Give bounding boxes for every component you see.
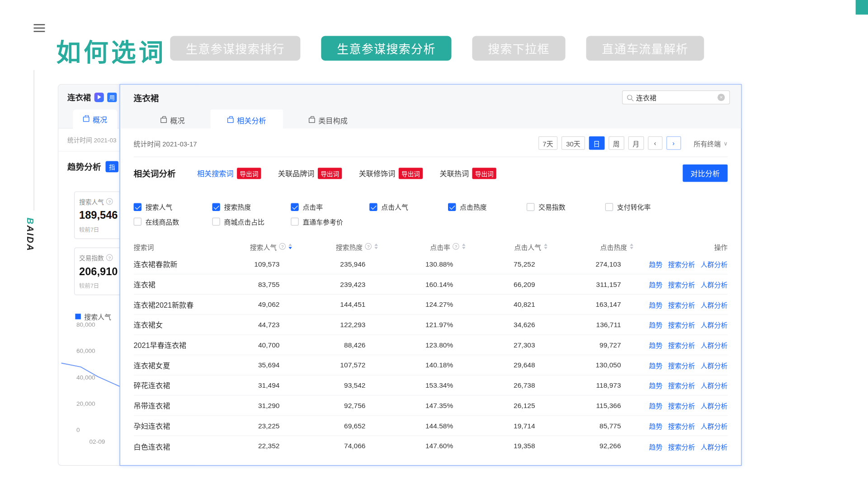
click-pop-cell: 27,303 — [468, 341, 550, 348]
trend-link[interactable]: 趋势 — [649, 441, 663, 451]
checkbox-pay-conversion[interactable]: 支付转化率 — [605, 202, 684, 211]
trend-link[interactable]: 趋势 — [649, 401, 663, 410]
info-icon[interactable]: ? — [106, 198, 113, 205]
unit-month-button[interactable]: 月 — [628, 136, 644, 150]
metric-card-search-popularity[interactable]: 搜索人气? 189,546 较前7日 — [74, 191, 123, 239]
range-7d-button[interactable]: 7天 — [538, 136, 557, 150]
search-analysis-link[interactable]: 搜索分析 — [668, 360, 695, 370]
compare-analysis-button[interactable]: 对比分析 — [683, 164, 727, 182]
terminal-select[interactable]: 所有终端 ∨ — [694, 138, 728, 148]
tab-category-composition[interactable]: 类目构成 — [292, 109, 364, 132]
sort-icon[interactable] — [288, 244, 292, 249]
search-analysis-link[interactable]: 搜索分析 — [668, 380, 695, 390]
col-click-popularity[interactable]: 点击人气 — [468, 242, 550, 251]
search-analysis-link[interactable]: 搜索分析 — [668, 401, 695, 410]
trend-link[interactable]: 趋势 — [649, 320, 663, 329]
sort-icon[interactable] — [462, 244, 465, 249]
nav-search-dropdown[interactable]: 搜索下拉框 — [472, 36, 565, 61]
search-analysis-link[interactable]: 搜索分析 — [668, 441, 695, 451]
brand-rest: AIDA — [25, 225, 35, 252]
crowd-analysis-link[interactable]: 人群分析 — [701, 300, 728, 309]
info-icon[interactable]: ? — [106, 254, 113, 261]
chart-legend: 搜索人气 — [75, 311, 111, 321]
sort-icon[interactable] — [374, 244, 377, 249]
search-pop-cell: 40,700 — [218, 341, 294, 348]
checkbox-ctr[interactable]: 点击率 — [291, 202, 369, 211]
search-analysis-link[interactable]: 搜索分析 — [668, 300, 695, 309]
search-analysis-link[interactable]: 搜索分析 — [668, 421, 695, 430]
crowd-analysis-link[interactable]: 人群分析 — [701, 421, 728, 430]
nav-sycm-search-rank[interactable]: 生意参谋搜索排行 — [170, 36, 300, 61]
checkbox-trade-index[interactable]: 交易指数 — [527, 202, 605, 211]
unit-week-button[interactable]: 周 — [609, 136, 624, 150]
trend-link[interactable]: 趋势 — [649, 279, 663, 289]
bag-icon — [83, 117, 90, 122]
menu-icon[interactable] — [34, 24, 45, 34]
checkbox-mall-click-share[interactable]: 商城点击占比 — [212, 216, 291, 226]
word-tab-hot[interactable]: 关联热词 导出词 — [439, 168, 496, 179]
col-search-popularity[interactable]: 搜索人气? — [218, 242, 294, 251]
keyword-cell: 连衣裙春款新 — [134, 259, 218, 270]
crowd-analysis-link[interactable]: 人群分析 — [701, 340, 728, 350]
word-tab-label: 相关搜索词 — [197, 168, 234, 178]
side-tab-overview[interactable]: 概况 — [73, 109, 117, 130]
checkbox-click-heat[interactable]: 点击热度 — [448, 202, 527, 211]
unit-day-button[interactable]: 日 — [589, 136, 604, 150]
col-click-heat[interactable]: 点击热度 — [550, 242, 636, 251]
crowd-analysis-link[interactable]: 人群分析 — [701, 441, 728, 451]
trend-link[interactable]: 趋势 — [649, 380, 663, 390]
search-analysis-link[interactable]: 搜索分析 — [668, 279, 695, 289]
next-icon[interactable]: › — [666, 136, 681, 150]
side-keyword: 连衣裙 — [67, 91, 91, 103]
tab-related-analysis[interactable]: 相关分析 — [211, 109, 283, 132]
sort-icon[interactable] — [630, 244, 633, 249]
prev-icon[interactable]: ‹ — [648, 136, 662, 150]
col-search-heat[interactable]: 搜索热度? — [294, 242, 380, 251]
metric-card-trade-index[interactable]: 交易指数? 206,910 较前7日 — [74, 248, 123, 296]
crowd-analysis-link[interactable]: 人群分析 — [701, 380, 728, 390]
crowd-analysis-link[interactable]: 人群分析 — [701, 279, 728, 289]
search-input[interactable]: 连衣裙 × — [622, 90, 730, 104]
checkbox-search-heat[interactable]: 搜索热度 — [212, 202, 291, 211]
search-heat-cell: 144,451 — [294, 300, 380, 308]
checkbox-search-popularity[interactable]: 搜索人气 — [134, 202, 212, 211]
trend-link[interactable]: 趋势 — [649, 340, 663, 350]
info-icon[interactable]: ? — [279, 243, 286, 250]
export-words-badge[interactable]: 导出词 — [472, 168, 496, 179]
word-tab-related-search[interactable]: 相关搜索词 导出词 — [197, 168, 261, 179]
word-tab-brand[interactable]: 关联品牌词 导出词 — [278, 168, 342, 179]
info-icon[interactable]: ? — [365, 243, 372, 250]
analysis-title: 相关词分析 — [134, 167, 176, 179]
export-words-badge[interactable]: 导出词 — [318, 168, 342, 179]
crowd-analysis-link[interactable]: 人群分析 — [701, 401, 728, 410]
metric-label: 搜索人气 — [79, 197, 104, 206]
crowd-analysis-link[interactable]: 人群分析 — [701, 360, 728, 370]
clear-icon[interactable]: × — [717, 94, 725, 101]
search-analysis-link[interactable]: 搜索分析 — [668, 259, 695, 269]
info-icon[interactable]: ? — [453, 243, 459, 250]
search-value[interactable]: 连衣裙 — [636, 93, 713, 102]
y-tick: 20,000 — [76, 400, 95, 407]
search-heat-cell: 239,423 — [294, 280, 380, 288]
word-tab-modifier[interactable]: 关联修饰词 导出词 — [359, 168, 423, 179]
export-words-badge[interactable]: 导出词 — [237, 168, 261, 179]
checkbox-ztc-ref-price[interactable]: 直通车参考价 — [291, 216, 369, 226]
ctr-cell: 153.34% — [380, 381, 468, 389]
sort-icon[interactable] — [544, 244, 547, 249]
checkbox-click-popularity[interactable]: 点击人气 — [369, 202, 448, 211]
search-analysis-link[interactable]: 搜索分析 — [668, 320, 695, 329]
nav-ztc-traffic[interactable]: 直通车流量解析 — [586, 36, 704, 61]
nav-sycm-search-analysis[interactable]: 生意参谋搜索分析 — [321, 36, 451, 61]
trend-link[interactable]: 趋势 — [649, 259, 663, 269]
tab-overview[interactable]: 概况 — [144, 109, 202, 132]
checkbox-online-products[interactable]: 在线商品数 — [134, 216, 212, 226]
search-analysis-link[interactable]: 搜索分析 — [668, 340, 695, 350]
trend-link[interactable]: 趋势 — [649, 360, 663, 370]
crowd-analysis-link[interactable]: 人群分析 — [701, 320, 728, 329]
range-30d-button[interactable]: 30天 — [561, 136, 585, 150]
export-words-badge[interactable]: 导出词 — [399, 168, 423, 179]
trend-link[interactable]: 趋势 — [649, 300, 663, 309]
col-ctr[interactable]: 点击率? — [380, 242, 468, 251]
crowd-analysis-link[interactable]: 人群分析 — [701, 259, 728, 269]
trend-link[interactable]: 趋势 — [649, 421, 663, 430]
